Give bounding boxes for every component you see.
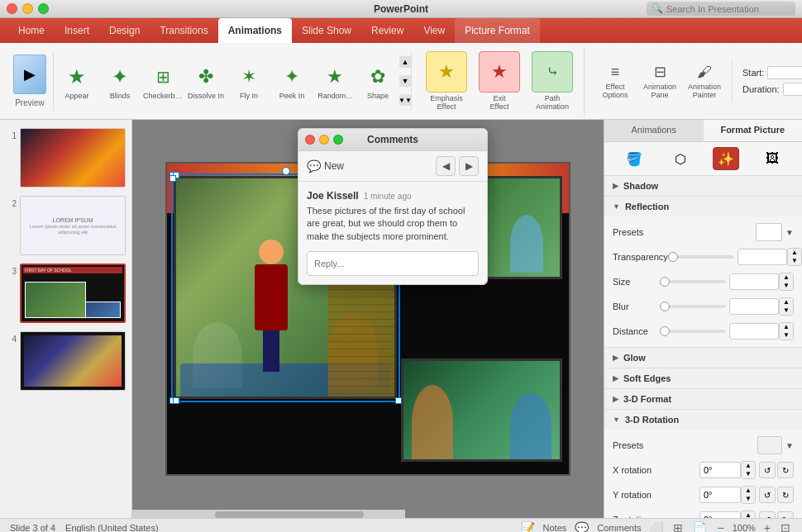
tab-animations[interactable]: Animations (218, 18, 292, 43)
emphasis-effect-button[interactable]: ★ EmphasisEffect (422, 50, 471, 112)
path-animation-button[interactable]: ⤷ PathAnimation (528, 50, 577, 112)
scroll-up-icon[interactable]: ▲ (399, 56, 411, 68)
reflection-size-stepper[interactable]: ▲ ▼ (779, 273, 794, 291)
horizontal-scrollbar[interactable] (132, 510, 405, 518)
reflection-size-input[interactable] (729, 273, 779, 290)
reflection-size-thumb[interactable] (660, 277, 670, 287)
reflection-section-header[interactable]: ▼ Reflection (604, 197, 802, 216)
tab-design[interactable]: Design (99, 18, 150, 43)
slide-thumb-1[interactable]: 1 (3, 126, 128, 189)
y-rotation-input[interactable] (699, 487, 741, 503)
anim-blinds[interactable]: ✦ Blinds (100, 62, 140, 100)
x-rot-ccw-button[interactable]: ↺ (759, 462, 776, 478)
anim-fly-in[interactable]: ✶ Fly In (229, 62, 269, 100)
3d-rotation-presets-select[interactable]: ▼ (757, 436, 794, 454)
close-button[interactable] (7, 3, 17, 14)
reflection-distance-thumb[interactable] (660, 326, 670, 336)
reflection-transparency-thumb[interactable] (668, 252, 678, 262)
z-rotation-stepper[interactable]: ▲ ▼ (741, 511, 756, 518)
dialog-max-button[interactable] (333, 135, 343, 145)
transparency-stepper-up[interactable]: ▲ (788, 249, 801, 257)
maximize-button[interactable] (38, 3, 49, 14)
reflection-blur-slider[interactable] (660, 305, 726, 308)
x-rotation-input[interactable] (699, 462, 741, 478)
y-rotation-stepper[interactable]: ▲ ▼ (741, 486, 756, 504)
y-rot-stepper-up[interactable]: ▲ (742, 487, 755, 495)
reflection-blur-stepper[interactable]: ▲ ▼ (779, 297, 794, 316)
comments-status-label[interactable]: Comments (597, 523, 641, 533)
comment-reply-input[interactable] (307, 251, 479, 276)
reflection-distance-slider[interactable] (660, 330, 726, 333)
search-box[interactable]: 🔍 (647, 2, 795, 16)
x-rot-stepper-down[interactable]: ▼ (742, 470, 755, 478)
tab-view[interactable]: View (413, 18, 455, 43)
slide-thumb-2[interactable]: 2 LOREM IPSUMLorem ipsum dolor sit amet … (3, 194, 128, 257)
scrollbar-thumb[interactable] (215, 511, 364, 518)
grid-view-icon[interactable]: ⊞ (671, 520, 685, 533)
anim-dissolve[interactable]: ✤ Dissolve In (186, 62, 226, 100)
tab-animations-panel[interactable]: Animations (604, 120, 704, 141)
anim-appear[interactable]: ★ Appear (57, 62, 97, 100)
comments-icon[interactable]: 💬 (573, 520, 590, 533)
z-rot-ccw-button[interactable]: ↺ (759, 511, 776, 518)
soft-edges-section-header[interactable]: ▶ Soft Edges (604, 368, 802, 388)
slide-thumb-3[interactable]: 3 FIRST DAY OF SCHOOL (3, 262, 128, 325)
animation-painter-button[interactable]: 🖌 AnimationPainter (684, 64, 725, 99)
glow-section-header[interactable]: ▶ Glow (604, 348, 802, 368)
search-input[interactable] (666, 4, 790, 14)
z-rotation-input[interactable] (699, 511, 741, 518)
transparency-stepper-down[interactable]: ▼ (788, 257, 801, 265)
zoom-out-icon[interactable]: − (715, 520, 725, 533)
size-stepper-up[interactable]: ▲ (780, 273, 793, 282)
tab-format-picture[interactable]: Format Picture (704, 120, 803, 141)
anim-peek-in[interactable]: ✦ Peek In (272, 62, 312, 100)
tab-transitions[interactable]: Transitions (150, 18, 217, 43)
shadow-section-header[interactable]: ▶ Shadow (604, 176, 802, 196)
distance-stepper-down[interactable]: ▼ (780, 331, 793, 340)
tab-picture-format[interactable]: Picture Format (455, 18, 540, 43)
z-rot-cw-button[interactable]: ↻ (777, 511, 794, 518)
y-rot-ccw-button[interactable]: ↺ (759, 487, 776, 503)
reflection-transparency-stepper[interactable]: ▲ ▼ (787, 248, 802, 266)
expand-icon[interactable]: ▼▼ (399, 94, 411, 106)
tab-slide-show[interactable]: Slide Show (292, 18, 361, 43)
reflection-distance-input[interactable] (729, 323, 779, 340)
reflection-distance-stepper[interactable]: ▲ ▼ (779, 322, 794, 340)
anim-shape[interactable]: ✿ Shape (358, 62, 398, 100)
size-stepper-down[interactable]: ▼ (780, 282, 793, 290)
blur-stepper-up[interactable]: ▲ (780, 298, 793, 306)
notes-label[interactable]: Notes (543, 523, 567, 533)
fit-screen-icon[interactable]: ⊡ (779, 520, 792, 533)
x-rotation-stepper[interactable]: ▲ ▼ (741, 461, 756, 479)
dialog-close-button[interactable] (305, 135, 315, 145)
duration-input[interactable] (783, 83, 802, 96)
reflection-blur-input[interactable] (729, 298, 779, 315)
prev-comment-button[interactable]: ◀ (436, 156, 456, 176)
anim-random[interactable]: ★ Random... (315, 62, 355, 100)
start-input[interactable] (767, 66, 802, 79)
reflection-presets-select[interactable]: ▼ (756, 223, 794, 241)
3d-format-section-header[interactable]: ▶ 3-D Format (604, 389, 802, 409)
distance-stepper-up[interactable]: ▲ (780, 323, 793, 331)
z-rot-stepper-up[interactable]: ▲ (742, 511, 755, 518)
tab-home[interactable]: Home (8, 18, 55, 43)
slide-thumb-4[interactable]: 4 (3, 330, 128, 392)
animation-pane-button[interactable]: ⊟ AnimationPane (639, 63, 680, 99)
reflection-transparency-input[interactable] (738, 249, 787, 265)
effects-icon-btn[interactable]: ✨ (713, 147, 739, 170)
dialog-window-controls[interactable] (305, 135, 343, 145)
tab-insert[interactable]: Insert (55, 18, 99, 43)
reflection-size-slider[interactable] (660, 280, 726, 283)
tab-review[interactable]: Review (361, 18, 413, 43)
effect-options-button[interactable]: ≡ EffectOptions (594, 64, 636, 99)
reading-view-icon[interactable]: 📄 (691, 520, 709, 533)
slide-view-icon[interactable]: ⬜ (647, 520, 665, 533)
blur-stepper-down[interactable]: ▼ (780, 306, 793, 315)
anim-checkerbo[interactable]: ⊞ Checkerbo... (143, 62, 183, 100)
x-rot-cw-button[interactable]: ↻ (777, 462, 794, 478)
line-icon-btn[interactable]: ⬡ (667, 147, 694, 170)
3d-rotation-section-header[interactable]: ▼ 3-D Rotation (604, 410, 802, 430)
x-rot-stepper-up[interactable]: ▲ (742, 462, 755, 470)
reflection-transparency-slider[interactable] (668, 255, 734, 259)
exit-effect-button[interactable]: ★ ExitEffect (475, 50, 524, 112)
